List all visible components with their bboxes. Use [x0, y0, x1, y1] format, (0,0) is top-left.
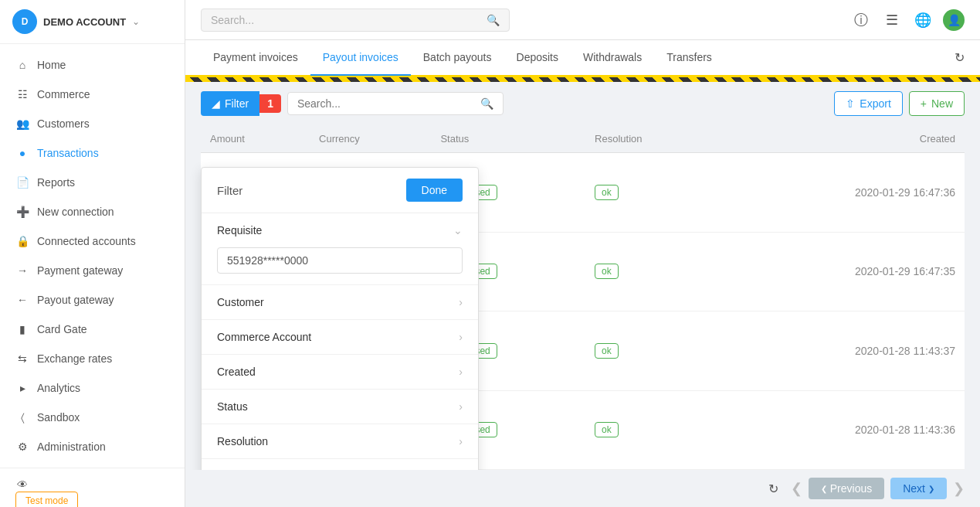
filter-section-label-resolution: Resolution: [217, 435, 268, 447]
filter-button[interactable]: ◢ Filter: [201, 91, 259, 116]
filter-section-header-status[interactable]: Status ›: [202, 390, 478, 424]
pagination-refresh-icon[interactable]: ↻: [768, 481, 778, 496]
topbar-search[interactable]: 🔍: [201, 9, 510, 32]
table-container: Amount Currency Status Resolution Create…: [185, 125, 980, 470]
reports-icon: 📄: [15, 175, 29, 189]
refresh-icon[interactable]: ↻: [955, 50, 965, 65]
new-connection-icon: ➕: [15, 205, 29, 219]
cell-created: 2020-01-28 11:43:37: [721, 311, 965, 391]
cell-resolution: ok: [585, 153, 721, 233]
col-resolution: Resolution: [585, 125, 721, 153]
next-button[interactable]: Next ❯: [890, 478, 947, 499]
sidebar-item-new-connection[interactable]: ➕ New connection: [0, 197, 185, 226]
topbar: 🔍 ⓘ ☰ 🌐 👤: [185, 0, 980, 40]
new-button[interactable]: + New: [909, 91, 965, 116]
page-arrow-right[interactable]: ❯: [953, 480, 965, 497]
filter-section-requisite: Requisite ⌄: [202, 213, 478, 285]
filter-panel-title: Filter: [217, 184, 242, 197]
filter-requisite-label: Requisite: [217, 224, 262, 236]
list-icon[interactable]: ☰: [881, 9, 903, 31]
payment-gateway-icon: →: [15, 264, 29, 277]
sidebar-item-commerce[interactable]: ☷ Commerce: [0, 80, 185, 109]
customers-icon: 👥: [15, 117, 29, 131]
toolbar-search[interactable]: 🔍: [287, 92, 504, 115]
nav-tabs: Payment invoices Payout invoices Batch p…: [185, 40, 980, 77]
tab-payout-invoices[interactable]: Payout invoices: [310, 40, 411, 76]
cell-created: 2020-01-29 16:47:35: [721, 232, 965, 311]
globe-icon[interactable]: 🌐: [912, 9, 934, 31]
eye-icon: 👁: [15, 478, 29, 492]
col-amount: Amount: [201, 125, 310, 153]
sidebar-item-transactions[interactable]: ● Transactions: [0, 138, 185, 168]
cell-resolution: ok: [585, 311, 721, 391]
sidebar-item-payout-gateway[interactable]: ← Payout gateway: [0, 285, 185, 315]
previous-button[interactable]: ❮ Previous: [809, 478, 884, 499]
filter-section-header-customer[interactable]: Customer ›: [202, 285, 478, 319]
home-icon: ⌂: [15, 58, 29, 72]
resolution-badge: ok: [595, 185, 619, 200]
sidebar-item-connected-accounts[interactable]: 🔒 Connected accounts: [0, 226, 185, 256]
filter-section-header-commerce-account[interactable]: Commerce Account ›: [202, 320, 478, 354]
tab-payment-invoices[interactable]: Payment invoices: [201, 40, 310, 76]
chevron-right-icon: ›: [459, 400, 463, 413]
sidebar-item-label: Transactions: [37, 147, 99, 159]
sidebar-item-administration[interactable]: ⚙ Administration: [0, 432, 185, 461]
filter-requisite-header[interactable]: Requisite ⌄: [202, 213, 478, 247]
sidebar: D DEMO ACCOUNT ⌄ ⌂ Home ☷ Commerce 👥 Cus…: [0, 0, 185, 507]
sidebar-item-label: Commerce: [37, 88, 90, 100]
chevron-down-icon: ⌄: [132, 16, 140, 27]
commerce-icon: ☷: [15, 87, 29, 101]
filter-section-label-status: Status: [217, 400, 248, 413]
tab-deposits[interactable]: Deposits: [504, 40, 571, 76]
tab-batch-payouts[interactable]: Batch payouts: [411, 40, 504, 76]
sidebar-footer: 👁 Test mode: [0, 468, 185, 507]
sidebar-item-label: Customers: [37, 117, 90, 130]
sidebar-item-label: Administration: [37, 441, 106, 453]
test-mode-button[interactable]: Test mode: [15, 492, 78, 507]
sidebar-item-payment-gateway[interactable]: → Payment gateway: [0, 256, 185, 285]
toolbar: ◢ Filter 1 🔍 ⇧ Export + New: [185, 82, 980, 125]
requisite-input[interactable]: [217, 247, 463, 274]
col-currency: Currency: [310, 125, 431, 153]
filter-section-label-customer: Customer: [217, 296, 264, 308]
sandbox-icon: 〈: [15, 410, 29, 424]
filter-section-header-created[interactable]: Created ›: [202, 355, 478, 389]
filter-section-header-moderation-required[interactable]: Moderation required ›: [202, 459, 478, 470]
sidebar-item-home[interactable]: ⌂ Home: [0, 50, 185, 80]
sidebar-item-label: Home: [37, 59, 66, 71]
filter-section-header-resolution[interactable]: Resolution ›: [202, 424, 478, 458]
connected-accounts-icon: 🔒: [15, 234, 29, 248]
sidebar-item-customers[interactable]: 👥 Customers: [0, 109, 185, 138]
toolbar-search-input[interactable]: [297, 97, 474, 110]
sidebar-item-label: Card Gate: [37, 323, 87, 335]
account-header[interactable]: D DEMO ACCOUNT ⌄: [0, 0, 185, 44]
filter-done-button[interactable]: Done: [406, 179, 463, 202]
sidebar-item-label: Payment gateway: [37, 264, 123, 277]
sidebar-item-card-gate[interactable]: ▮ Card Gate: [0, 315, 185, 344]
account-name: DEMO ACCOUNT: [43, 16, 126, 28]
info-icon[interactable]: ⓘ: [850, 9, 872, 31]
sidebar-item-exchange-rates[interactable]: ⇆ Exchange rates: [0, 344, 185, 373]
sidebar-item-label: Analytics: [37, 382, 80, 394]
avatar-icon[interactable]: 👤: [943, 9, 965, 31]
filter-section-moderation-required: Moderation required ›: [202, 459, 478, 470]
tab-transfers[interactable]: Transfers: [654, 40, 724, 76]
export-button[interactable]: ⇧ Export: [834, 91, 902, 116]
filter-section-label-commerce-account: Commerce Account: [217, 331, 311, 343]
resolution-badge: ok: [595, 264, 619, 279]
chevron-left-icon: ❮: [821, 485, 827, 493]
sidebar-item-analytics[interactable]: ▸ Analytics: [0, 373, 185, 403]
sidebar-item-reports[interactable]: 📄 Reports: [0, 168, 185, 197]
page-arrow-left[interactable]: ❮: [791, 480, 802, 497]
sidebar-item-sandbox[interactable]: 〈 Sandbox: [0, 403, 185, 432]
sidebar-item-label: Sandbox: [37, 411, 80, 424]
cell-resolution: ok: [585, 232, 721, 311]
account-logo: D: [12, 9, 37, 34]
tab-withdrawals[interactable]: Withdrawals: [571, 40, 654, 76]
search-icon: 🔍: [480, 97, 493, 110]
analytics-icon: ▸: [15, 381, 29, 395]
pagination: ↻ ❮ ❮ Previous Next ❯ ❯: [185, 470, 980, 507]
topbar-search-input[interactable]: [211, 14, 480, 26]
col-status: Status: [431, 125, 585, 153]
resolution-badge: ok: [595, 343, 619, 359]
